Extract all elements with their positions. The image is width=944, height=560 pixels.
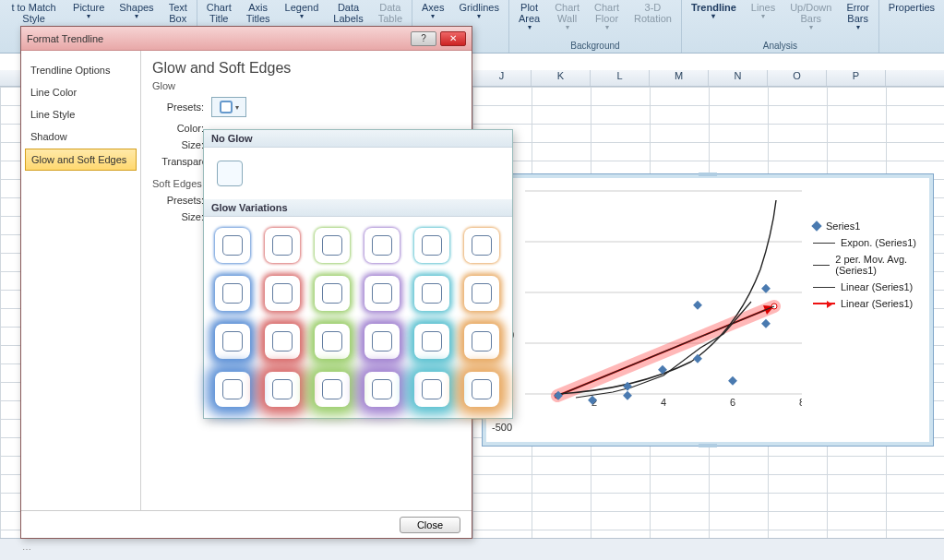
rib-match-style[interactable]: t to Match Style <box>7 2 60 24</box>
glow-swatch[interactable] <box>215 276 250 311</box>
glow-swatch[interactable] <box>315 276 350 311</box>
rib-chart-wall: Chart Wall <box>553 2 581 32</box>
chart-legend[interactable]: Series1 Expon. (Series1) 2 per. Mov. Avg… <box>813 215 924 315</box>
square-icon <box>272 235 293 256</box>
line-icon <box>813 243 835 244</box>
nav-line-color[interactable]: Line Color <box>25 82 137 102</box>
square-icon <box>422 331 442 351</box>
glow-swatch[interactable] <box>265 372 300 407</box>
nav-shadow[interactable]: Shadow <box>25 126 137 147</box>
glow-swatch[interactable] <box>364 228 400 263</box>
glow-swatch[interactable] <box>414 372 449 407</box>
no-glow-swatch[interactable] <box>217 161 243 186</box>
square-icon <box>272 283 293 304</box>
legend-linear[interactable]: Linear (Series1) <box>813 281 924 292</box>
glow-swatch[interactable] <box>364 372 400 407</box>
glow-swatch[interactable] <box>414 228 449 263</box>
legend-mov-avg[interactable]: 2 per. Mov. Avg. (Series1) <box>813 254 924 276</box>
lbl-presets2: Presets: <box>152 195 204 206</box>
rib-plot-area[interactable]: Plot Area <box>517 2 542 32</box>
glow-swatch[interactable] <box>265 276 300 311</box>
glow-swatch[interactable] <box>265 324 300 359</box>
glow-swatch[interactable] <box>464 228 499 263</box>
diamond-icon <box>811 220 821 231</box>
square-icon <box>472 379 492 399</box>
glow-swatch[interactable] <box>315 228 350 263</box>
square-icon <box>222 379 243 399</box>
legend-series1[interactable]: Series1 <box>813 220 924 232</box>
rib-axes[interactable]: Axes <box>420 2 446 21</box>
square-icon <box>472 331 492 351</box>
lbl-size: Size: <box>152 139 204 150</box>
glow-variations-grid <box>204 217 512 418</box>
nav-glow-soft-edges[interactable]: Glow and Soft Edges <box>25 149 137 171</box>
rib-gridlines[interactable]: Gridlines <box>458 2 501 21</box>
square-icon <box>372 331 392 351</box>
glow-swatch[interactable] <box>464 276 499 311</box>
square-icon <box>422 283 442 304</box>
rib-shapes[interactable]: Shapes <box>117 2 155 21</box>
glow-presets-dropdown[interactable] <box>211 97 246 117</box>
resize-handle-top[interactable] <box>699 173 717 176</box>
col-h[interactable]: J <box>472 70 532 86</box>
square-icon <box>422 235 442 256</box>
square-icon <box>272 331 293 351</box>
col-h[interactable]: K <box>532 70 591 86</box>
legend-linear-red[interactable]: Linear (Series1) <box>813 298 924 309</box>
glow-swatch[interactable] <box>464 372 499 407</box>
glow-swatch[interactable] <box>414 324 449 359</box>
glow-swatch[interactable] <box>414 276 449 311</box>
plot-area[interactable]: 2 4 6 8 <box>525 182 802 422</box>
help-button[interactable]: ? <box>411 31 436 46</box>
rib-trendline[interactable]: Trendline <box>689 2 738 32</box>
glow-swatch[interactable] <box>215 372 250 407</box>
xtick: 4 <box>661 397 666 408</box>
glow-swatch[interactable] <box>215 228 250 263</box>
lbl-size2: Size: <box>152 211 204 222</box>
svg-rect-19 <box>761 319 771 328</box>
rib-picture[interactable]: Picture <box>71 2 106 21</box>
lbl-color: Color: <box>152 123 204 134</box>
sheet-tabs[interactable]: ⋯ <box>0 538 944 560</box>
rib-group-analysis: Analysis <box>763 41 797 53</box>
square-icon <box>322 283 342 304</box>
glow-swatch[interactable] <box>265 228 300 263</box>
line-icon <box>813 265 830 266</box>
nav-trendline-options[interactable]: Trendline Options <box>25 60 137 80</box>
col-h[interactable]: O <box>768 70 827 86</box>
glow-swatch[interactable] <box>315 372 350 407</box>
close-x-button[interactable]: ✕ <box>440 31 466 46</box>
rib-chart-floor: Chart Floor <box>592 2 621 32</box>
rib-updown: Up/Down Bars <box>788 2 833 32</box>
square-icon <box>372 283 392 304</box>
glow-swatch[interactable] <box>364 276 400 311</box>
glow-swatch[interactable] <box>215 324 250 359</box>
rib-error-bars[interactable]: Error Bars <box>844 2 870 32</box>
svg-rect-18 <box>728 376 737 386</box>
col-h[interactable]: N <box>709 70 768 86</box>
square-icon <box>222 331 243 351</box>
dialog-titlebar[interactable]: Format Trendline ? ✕ <box>21 27 472 51</box>
glow-swatch[interactable] <box>464 324 499 359</box>
ytick: -500 <box>492 422 512 433</box>
col-h[interactable]: P <box>827 70 886 86</box>
legend-expon[interactable]: Expon. (Series1) <box>813 237 924 248</box>
glow-swatch[interactable] <box>315 324 350 359</box>
close-button[interactable]: Close <box>400 517 460 533</box>
no-glow-header: No Glow <box>204 130 512 148</box>
glow-swatch[interactable] <box>364 324 400 359</box>
col-h[interactable]: L <box>591 70 650 86</box>
glow-section-label: Glow <box>152 80 460 91</box>
square-icon <box>222 283 243 304</box>
rib-properties[interactable]: Properties <box>887 2 937 13</box>
lbl-presets: Presets: <box>152 101 204 113</box>
dialog-title: Format Trendline <box>27 33 103 44</box>
col-h[interactable]: M <box>650 70 709 86</box>
xtick: 6 <box>730 397 735 408</box>
chart-object[interactable]: 2 4 6 8 1500 <box>482 173 934 447</box>
arrow-icon <box>813 303 835 304</box>
square-icon <box>322 235 342 256</box>
nav-line-style[interactable]: Line Style <box>25 104 137 125</box>
resize-handle-bottom[interactable] <box>699 444 717 447</box>
square-icon <box>372 235 392 256</box>
